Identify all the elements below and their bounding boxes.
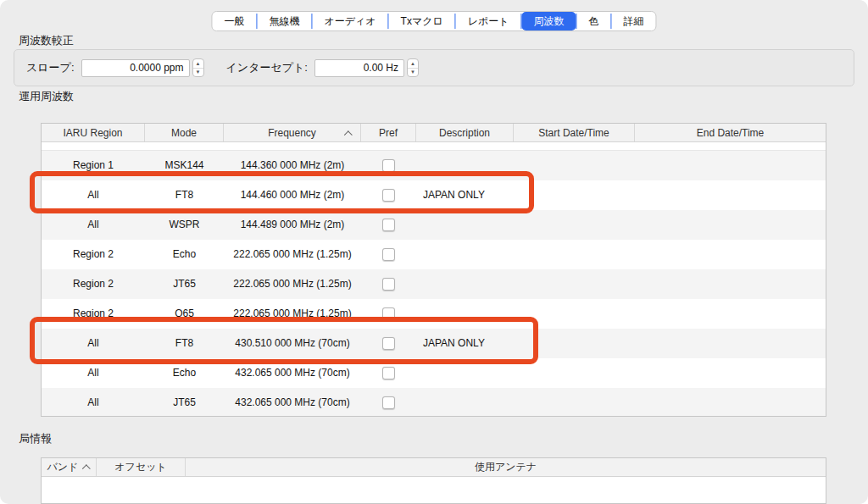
column-header-frequency[interactable]: Frequency: [224, 124, 361, 141]
pref-checkbox[interactable]: [382, 307, 395, 320]
pref-checkbox[interactable]: [382, 248, 395, 261]
cell-mode-text: Q65: [175, 307, 194, 320]
tab-radio[interactable]: 無線機: [257, 12, 311, 30]
pref-checkbox[interactable]: [382, 189, 395, 202]
cell-start-datetime: [514, 180, 635, 210]
table-row[interactable]: AllWSPR144.489 000 MHz (2m): [42, 210, 826, 240]
sort-ascending-icon: [82, 464, 91, 473]
cell-description: [416, 358, 514, 388]
cell-mode-text: Echo: [173, 248, 196, 261]
column-header-antenna[interactable]: 使用アンテナ: [186, 458, 826, 476]
table-row[interactable]: AllEcho432.065 000 MHz (70cm): [42, 358, 826, 388]
cell-iaru-region: Region 2: [42, 299, 145, 329]
cell-iaru-region: All: [42, 180, 145, 210]
tab-audio[interactable]: オーディオ: [312, 12, 387, 30]
slope-input[interactable]: [81, 59, 190, 77]
pref-checkbox[interactable]: [382, 278, 395, 291]
column-header-start-datetime[interactable]: Start Date/Time: [514, 124, 635, 141]
cell-mode-text: FT8: [175, 189, 193, 202]
column-header-description[interactable]: Description: [416, 124, 514, 141]
cell-mode-text: FT8: [175, 337, 193, 350]
cell-end-datetime: [635, 210, 826, 240]
table-row[interactable]: Region 2Q65222.065 000 MHz (1.25m): [42, 299, 826, 329]
settings-window: 一般無線機オーディオTxマクロレポート周波数色詳細 周波数較正 スロープ: ▲ …: [0, 0, 868, 504]
cell-frequency: 222.065 000 MHz (1.25m): [224, 240, 361, 269]
cell-description-text: JAPAN ONLY: [423, 337, 485, 350]
table-row[interactable]: AllJT65432.065 000 MHz (70cm): [42, 388, 826, 417]
cell-description: JAPAN ONLY: [416, 180, 514, 210]
tab-tx-macros[interactable]: Txマクロ: [389, 12, 455, 30]
tab-reporting[interactable]: レポート: [456, 12, 521, 30]
intercept-input[interactable]: [314, 59, 404, 77]
table-row[interactable]: AllFT8430.510 000 MHz (70cm)JAPAN ONLY: [42, 329, 826, 358]
cell-frequency-text: 222.065 000 MHz (1.25m): [233, 278, 351, 291]
cell-iaru-region: All: [42, 388, 145, 417]
pref-checkbox[interactable]: [382, 337, 395, 350]
cell-frequency-text: 222.065 000 MHz (1.25m): [233, 248, 351, 261]
column-header-end-datetime[interactable]: End Date/Time: [635, 124, 826, 141]
table-row[interactable]: Region 1MSK144144.360 000 MHz (2m): [42, 151, 826, 180]
pref-checkbox[interactable]: [382, 396, 395, 409]
column-header-frequency-label: Frequency: [268, 127, 316, 139]
stepper-up-icon[interactable]: ▲: [193, 59, 203, 69]
working-frequencies-table: IARU Region Mode Frequency Pref Descript…: [41, 123, 826, 417]
column-header-mode[interactable]: Mode: [145, 124, 224, 141]
tab-advanced[interactable]: 詳細: [612, 12, 656, 30]
slope-label: スロープ:: [26, 60, 75, 75]
cell-frequency-text: 432.065 000 MHz (70cm): [235, 396, 349, 409]
intercept-stepper[interactable]: ▲ ▼: [407, 58, 419, 77]
cell-mode: WSPR: [145, 210, 224, 240]
cell-description: JAPAN ONLY: [416, 329, 514, 358]
station-info-header: バンド オフセット 使用アンテナ: [42, 458, 826, 477]
tab-colors[interactable]: 色: [577, 12, 611, 30]
cell-mode: JT65: [145, 388, 224, 417]
cell-pref: [361, 358, 416, 388]
cell-iaru-region: All: [42, 358, 145, 388]
cell-frequency: 222.065 000 MHz (1.25m): [224, 269, 361, 299]
stepper-up-icon[interactable]: ▲: [408, 59, 418, 69]
slope-stepper[interactable]: ▲ ▼: [192, 58, 204, 77]
cell-mode-text: MSK144: [164, 159, 203, 172]
cell-mode-text: Echo: [173, 367, 196, 379]
cell-start-datetime: [514, 210, 635, 240]
cell-start-datetime: [514, 358, 635, 388]
cell-mode: FT8: [145, 180, 224, 210]
cell-frequency: 430.510 000 MHz (70cm): [224, 329, 361, 358]
cell-iaru-region: All: [42, 210, 145, 240]
pref-checkbox[interactable]: [382, 367, 395, 379]
column-header-band[interactable]: バンド: [42, 458, 97, 476]
table-row-partial: [42, 142, 826, 151]
cell-frequency-text: 432.065 000 MHz (70cm): [235, 367, 349, 379]
cell-frequency: 144.360 000 MHz (2m): [224, 151, 361, 180]
sort-ascending-icon: [344, 130, 353, 139]
cell-pref: [361, 210, 416, 240]
column-header-pref[interactable]: Pref: [361, 124, 416, 141]
station-info-section-title: 局情報: [19, 431, 52, 446]
table-row[interactable]: Region 2JT65222.065 000 MHz (1.25m): [42, 269, 826, 299]
cell-iaru-region: Region 2: [42, 269, 145, 299]
table-row[interactable]: AllFT8144.460 000 MHz (2m)JAPAN ONLY: [42, 180, 826, 210]
cell-iaru-region: Region 2: [42, 240, 145, 269]
pref-checkbox[interactable]: [382, 159, 395, 172]
table-row[interactable]: Region 2Echo222.065 000 MHz (1.25m): [42, 240, 826, 269]
cell-frequency-text: 144.489 000 MHz (2m): [241, 219, 345, 231]
tab-general[interactable]: 一般: [212, 12, 256, 30]
cell-frequency-text: 144.460 000 MHz (2m): [241, 189, 345, 202]
cell-end-datetime: [635, 299, 826, 329]
column-header-iaru-region[interactable]: IARU Region: [42, 124, 145, 141]
cell-end-datetime: [635, 329, 826, 358]
pref-checkbox[interactable]: [382, 219, 395, 231]
working-frequencies-section-title: 運用周波数: [19, 89, 74, 104]
stepper-down-icon[interactable]: ▼: [408, 69, 418, 77]
tab-bar: 一般無線機オーディオTxマクロレポート周波数色詳細: [211, 11, 656, 31]
working-frequencies-body: Region 1MSK144144.360 000 MHz (2m)AllFT8…: [42, 142, 826, 417]
cell-iaru-region-text: All: [87, 367, 98, 379]
tab-frequencies[interactable]: 周波数: [522, 12, 576, 30]
cell-start-datetime: [514, 329, 635, 358]
cell-pref: [361, 329, 416, 358]
stepper-down-icon[interactable]: ▼: [193, 69, 203, 77]
cell-end-datetime: [635, 240, 826, 269]
column-header-offset[interactable]: オフセット: [97, 458, 186, 476]
cell-description: [416, 269, 514, 299]
cell-start-datetime: [514, 388, 635, 417]
